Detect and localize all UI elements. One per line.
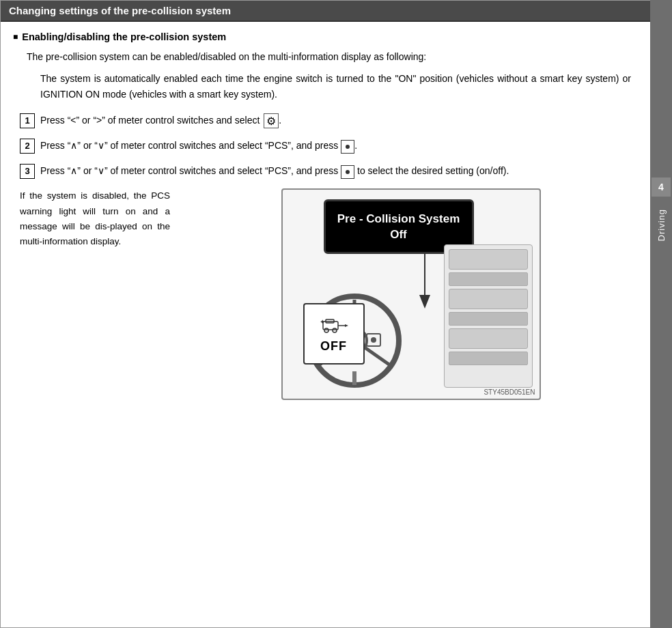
diagram-area: Pre - Collision System Off xyxy=(184,188,638,400)
dash-element-3 xyxy=(449,289,528,309)
dot-2 xyxy=(346,170,350,174)
svg-marker-15 xyxy=(345,324,348,327)
main-content: Changing settings of the pre-collision s… xyxy=(0,0,650,628)
dash-element-2 xyxy=(449,272,528,286)
system-note: The system is automatically enabled each… xyxy=(13,71,638,102)
step-1-text: Press “<” or “>” of meter control switch… xyxy=(40,113,638,128)
step-2: 2 Press “∧” or “∨” of meter control swit… xyxy=(20,138,638,154)
diagram-container: Pre - Collision System Off xyxy=(281,188,541,400)
svg-line-6 xyxy=(365,347,392,367)
off-text-label: OFF xyxy=(320,339,347,354)
svg-point-13 xyxy=(333,328,337,332)
dash-element-4 xyxy=(449,312,528,326)
gear-icon: ⚙ xyxy=(264,113,279,128)
section-title: Enabling/disabling the pre-collision sys… xyxy=(13,31,638,42)
dashboard-right xyxy=(444,244,533,388)
sidebar-section-label: Driving xyxy=(656,209,667,241)
off-warning-box: ✦ OFF xyxy=(303,303,365,365)
step-2-text: Press “∧” or “∨” of meter control switch… xyxy=(40,138,638,153)
intro-paragraph: The pre-collision system can be enabled/… xyxy=(13,49,638,64)
page-number: 4 xyxy=(652,177,671,197)
step-3-text: Press “∧” or “∨” of meter control switch… xyxy=(40,163,638,178)
content-area: Enabling/disabling the pre-collision sys… xyxy=(1,22,650,410)
step-1: 1 Press “<” or “>” of meter control swit… xyxy=(20,113,638,128)
bottom-section: If the system is disabled, the PCS warni… xyxy=(13,188,638,400)
step-1-number: 1 xyxy=(20,113,35,128)
car-collision-icon: ✦ xyxy=(319,315,349,337)
page-header: Changing settings of the pre-collision s… xyxy=(1,1,650,22)
step-3-number: 3 xyxy=(20,164,35,179)
svg-point-12 xyxy=(324,328,328,332)
page-title: Changing settings of the pre-collision s… xyxy=(9,5,231,16)
svg-text:✦: ✦ xyxy=(320,318,325,326)
step-3: 3 Press “∧” or “∨” of meter control swit… xyxy=(20,163,638,179)
button-dot-icon xyxy=(341,140,354,154)
dot xyxy=(346,145,350,149)
bottom-text: If the system is disabled, the PCS warni… xyxy=(20,188,177,249)
sidebar: 4 Driving xyxy=(650,0,672,628)
dash-element-5 xyxy=(449,328,528,349)
step-2-number: 2 xyxy=(20,139,35,154)
figure-label: STY45BD051EN xyxy=(484,388,535,396)
dash-element-1 xyxy=(449,249,528,270)
button-dot-icon-2 xyxy=(341,165,354,179)
svg-point-9 xyxy=(371,337,376,343)
dash-element-6 xyxy=(449,352,528,365)
step-list: 1 Press “<” or “>” of meter control swit… xyxy=(13,113,638,179)
